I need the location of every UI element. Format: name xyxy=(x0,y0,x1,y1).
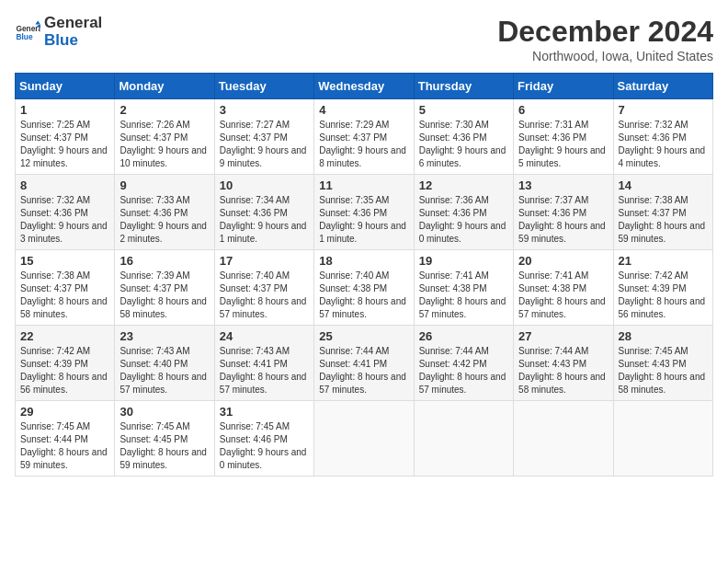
day-number: 6 xyxy=(518,103,608,117)
day-detail: Sunrise: 7:41 AM Sunset: 4:38 PM Dayligh… xyxy=(518,270,608,321)
calendar-cell: 27 Sunrise: 7:44 AM Sunset: 4:43 PM Dayl… xyxy=(514,326,613,401)
day-number: 18 xyxy=(319,254,408,268)
day-detail: Sunrise: 7:44 AM Sunset: 4:42 PM Dayligh… xyxy=(419,345,508,396)
main-title: December 2024 xyxy=(497,15,713,49)
day-detail: Sunrise: 7:42 AM Sunset: 4:39 PM Dayligh… xyxy=(619,270,708,321)
day-number: 3 xyxy=(220,103,309,117)
logo: General Blue General Blue xyxy=(15,15,102,49)
calendar-cell: 23 Sunrise: 7:43 AM Sunset: 4:40 PM Dayl… xyxy=(115,326,214,401)
day-detail: Sunrise: 7:45 AM Sunset: 4:44 PM Dayligh… xyxy=(20,420,109,472)
calendar-cell: 19 Sunrise: 7:41 AM Sunset: 4:38 PM Dayl… xyxy=(414,250,513,326)
calendar-cell: 1 Sunrise: 7:25 AM Sunset: 4:37 PM Dayli… xyxy=(16,99,115,175)
day-header-thursday: Thursday xyxy=(414,74,513,99)
day-detail: Sunrise: 7:38 AM Sunset: 4:37 PM Dayligh… xyxy=(619,194,708,246)
day-detail: Sunrise: 7:40 AM Sunset: 4:38 PM Dayligh… xyxy=(319,270,408,321)
day-number: 11 xyxy=(319,178,408,192)
day-detail: Sunrise: 7:44 AM Sunset: 4:43 PM Dayligh… xyxy=(518,345,608,396)
calendar-cell xyxy=(514,401,613,477)
day-number: 29 xyxy=(20,405,109,419)
day-detail: Sunrise: 7:43 AM Sunset: 4:41 PM Dayligh… xyxy=(220,345,309,396)
calendar-cell: 20 Sunrise: 7:41 AM Sunset: 4:38 PM Dayl… xyxy=(514,250,613,326)
day-detail: Sunrise: 7:30 AM Sunset: 4:36 PM Dayligh… xyxy=(419,119,508,170)
calendar-cell: 14 Sunrise: 7:38 AM Sunset: 4:37 PM Dayl… xyxy=(613,175,712,250)
day-detail: Sunrise: 7:44 AM Sunset: 4:41 PM Dayligh… xyxy=(319,345,408,396)
calendar-cell: 16 Sunrise: 7:39 AM Sunset: 4:37 PM Dayl… xyxy=(115,250,214,326)
calendar-cell xyxy=(314,401,414,477)
day-number: 23 xyxy=(119,329,209,343)
day-number: 26 xyxy=(419,329,508,343)
day-detail: Sunrise: 7:33 AM Sunset: 4:36 PM Dayligh… xyxy=(119,194,209,246)
day-detail: Sunrise: 7:38 AM Sunset: 4:37 PM Dayligh… xyxy=(20,270,109,321)
day-detail: Sunrise: 7:27 AM Sunset: 4:37 PM Dayligh… xyxy=(220,119,309,170)
day-detail: Sunrise: 7:31 AM Sunset: 4:36 PM Dayligh… xyxy=(518,119,608,170)
day-number: 8 xyxy=(20,178,109,192)
day-number: 28 xyxy=(619,329,708,343)
day-number: 17 xyxy=(220,254,309,268)
day-number: 27 xyxy=(518,329,608,343)
day-number: 31 xyxy=(220,405,309,419)
calendar-cell xyxy=(613,401,712,477)
calendar-cell: 12 Sunrise: 7:36 AM Sunset: 4:36 PM Dayl… xyxy=(414,175,513,250)
day-detail: Sunrise: 7:40 AM Sunset: 4:37 PM Dayligh… xyxy=(220,270,309,321)
day-number: 21 xyxy=(619,254,708,268)
day-detail: Sunrise: 7:41 AM Sunset: 4:38 PM Dayligh… xyxy=(419,270,508,321)
header: General Blue General Blue December 2024 … xyxy=(15,15,713,63)
day-detail: Sunrise: 7:43 AM Sunset: 4:40 PM Dayligh… xyxy=(119,345,209,396)
logo-blue-text: Blue xyxy=(44,31,78,49)
day-number: 9 xyxy=(119,178,209,192)
day-detail: Sunrise: 7:37 AM Sunset: 4:36 PM Dayligh… xyxy=(518,194,608,246)
calendar-cell: 7 Sunrise: 7:32 AM Sunset: 4:36 PM Dayli… xyxy=(613,99,712,175)
day-number: 25 xyxy=(319,329,408,343)
day-detail: Sunrise: 7:42 AM Sunset: 4:39 PM Dayligh… xyxy=(20,345,109,396)
calendar-cell: 9 Sunrise: 7:33 AM Sunset: 4:36 PM Dayli… xyxy=(115,175,214,250)
day-number: 5 xyxy=(419,103,508,117)
calendar-cell: 26 Sunrise: 7:44 AM Sunset: 4:42 PM Dayl… xyxy=(414,326,513,401)
calendar-cell: 30 Sunrise: 7:45 AM Sunset: 4:45 PM Dayl… xyxy=(115,401,214,477)
calendar-week-4: 22 Sunrise: 7:42 AM Sunset: 4:39 PM Dayl… xyxy=(16,326,713,401)
svg-text:General: General xyxy=(16,23,40,32)
calendar-week-5: 29 Sunrise: 7:45 AM Sunset: 4:44 PM Dayl… xyxy=(16,401,713,477)
day-detail: Sunrise: 7:29 AM Sunset: 4:37 PM Dayligh… xyxy=(319,119,408,170)
day-number: 16 xyxy=(119,254,209,268)
day-detail: Sunrise: 7:45 AM Sunset: 4:45 PM Dayligh… xyxy=(119,420,209,472)
day-number: 22 xyxy=(20,329,109,343)
day-detail: Sunrise: 7:32 AM Sunset: 4:36 PM Dayligh… xyxy=(20,194,109,246)
day-number: 1 xyxy=(20,103,109,117)
day-header-saturday: Saturday xyxy=(613,74,712,99)
day-detail: Sunrise: 7:26 AM Sunset: 4:37 PM Dayligh… xyxy=(119,119,209,170)
logo-general-text: General xyxy=(44,14,102,31)
day-number: 15 xyxy=(20,254,109,268)
calendar-week-2: 8 Sunrise: 7:32 AM Sunset: 4:36 PM Dayli… xyxy=(16,175,713,250)
logo-icon: General Blue xyxy=(15,19,40,45)
calendar-cell: 8 Sunrise: 7:32 AM Sunset: 4:36 PM Dayli… xyxy=(16,175,115,250)
day-number: 14 xyxy=(619,178,708,192)
subtitle: Northwood, Iowa, United States xyxy=(497,49,713,63)
calendar-cell: 22 Sunrise: 7:42 AM Sunset: 4:39 PM Dayl… xyxy=(16,326,115,401)
day-number: 7 xyxy=(619,103,708,117)
day-number: 24 xyxy=(220,329,309,343)
day-detail: Sunrise: 7:35 AM Sunset: 4:36 PM Dayligh… xyxy=(319,194,408,246)
calendar-cell: 10 Sunrise: 7:34 AM Sunset: 4:36 PM Dayl… xyxy=(214,175,313,250)
calendar-header-row: SundayMondayTuesdayWednesdayThursdayFrid… xyxy=(16,74,713,99)
calendar-cell: 28 Sunrise: 7:45 AM Sunset: 4:43 PM Dayl… xyxy=(613,326,712,401)
calendar-cell: 11 Sunrise: 7:35 AM Sunset: 4:36 PM Dayl… xyxy=(314,175,414,250)
calendar-cell: 4 Sunrise: 7:29 AM Sunset: 4:37 PM Dayli… xyxy=(314,99,414,175)
day-header-friday: Friday xyxy=(514,74,613,99)
calendar-cell: 6 Sunrise: 7:31 AM Sunset: 4:36 PM Dayli… xyxy=(514,99,613,175)
calendar-cell: 31 Sunrise: 7:45 AM Sunset: 4:46 PM Dayl… xyxy=(214,401,313,477)
calendar-week-3: 15 Sunrise: 7:38 AM Sunset: 4:37 PM Dayl… xyxy=(16,250,713,326)
calendar-cell: 25 Sunrise: 7:44 AM Sunset: 4:41 PM Dayl… xyxy=(314,326,414,401)
calendar-cell: 17 Sunrise: 7:40 AM Sunset: 4:37 PM Dayl… xyxy=(214,250,313,326)
day-number: 2 xyxy=(119,103,209,117)
day-header-monday: Monday xyxy=(115,74,214,99)
day-header-sunday: Sunday xyxy=(16,74,115,99)
calendar-cell xyxy=(414,401,513,477)
calendar: SundayMondayTuesdayWednesdayThursdayFrid… xyxy=(15,73,713,477)
svg-text:Blue: Blue xyxy=(16,32,32,41)
calendar-cell: 21 Sunrise: 7:42 AM Sunset: 4:39 PM Dayl… xyxy=(613,250,712,326)
day-number: 20 xyxy=(518,254,608,268)
calendar-cell: 15 Sunrise: 7:38 AM Sunset: 4:37 PM Dayl… xyxy=(16,250,115,326)
calendar-cell: 13 Sunrise: 7:37 AM Sunset: 4:36 PM Dayl… xyxy=(514,175,613,250)
day-number: 30 xyxy=(119,405,209,419)
calendar-cell: 3 Sunrise: 7:27 AM Sunset: 4:37 PM Dayli… xyxy=(214,99,313,175)
